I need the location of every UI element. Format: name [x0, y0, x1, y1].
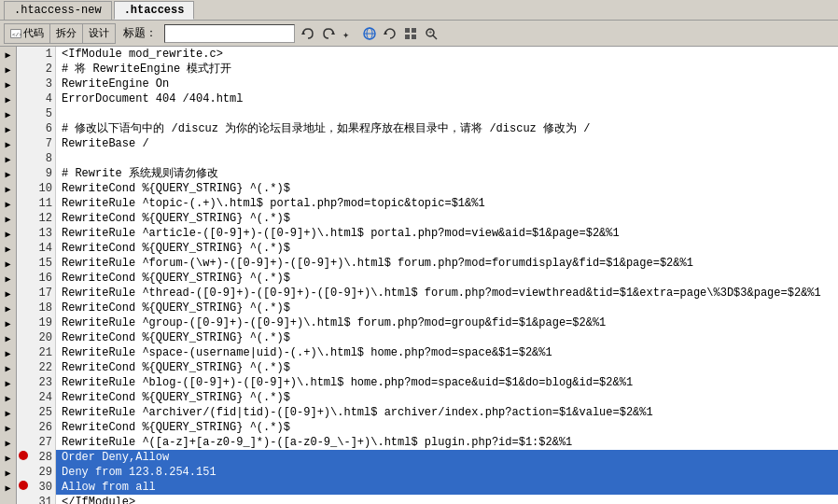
code-line-7[interactable]: RewriteBase / — [56, 136, 838, 151]
code-line-13[interactable]: RewriteRule ^article-([0-9]+)-([0-9]+)\.… — [56, 226, 838, 241]
bp-cell-16[interactable] — [17, 271, 30, 286]
bp-cell-4[interactable] — [17, 91, 30, 106]
action-icon-1[interactable] — [299, 24, 317, 43]
code-line-15[interactable]: RewriteRule ^forum-(\w+)-([0-9]+)-([0-9]… — [56, 256, 838, 271]
bp-cell-2[interactable] — [17, 62, 30, 77]
bp-cell-28[interactable] — [17, 450, 30, 465]
code-line-20[interactable]: RewriteCond %{QUERY_STRING} ^(.*)$ — [56, 330, 838, 345]
code-content[interactable]: <IfModule mod_rewrite.c># 将 RewriteEngin… — [56, 47, 838, 504]
bp-cell-6[interactable] — [17, 121, 30, 136]
sidebar-icon-24[interactable]: ▶ — [2, 392, 15, 405]
sidebar-icon-13[interactable]: ▶ — [2, 228, 15, 241]
sidebar-icon-15[interactable]: ▶ — [2, 258, 15, 271]
design-btn[interactable]: 设计 — [83, 23, 115, 44]
code-line-26[interactable]: RewriteCond %{QUERY_STRING} ^(.*)$ — [56, 420, 838, 435]
bp-cell-13[interactable] — [17, 226, 30, 241]
code-line-23[interactable]: RewriteRule ^blog-([0-9]+)-([0-9]+)\.htm… — [56, 375, 838, 390]
bp-cell-5[interactable] — [17, 106, 30, 121]
action-icon-zoom[interactable]: + — [422, 24, 440, 43]
sidebar-icon-6[interactable]: ▶ — [2, 123, 15, 136]
bp-cell-20[interactable] — [17, 330, 30, 345]
sidebar-icon-11[interactable]: ▶ — [2, 198, 15, 211]
code-line-16[interactable]: RewriteCond %{QUERY_STRING} ^(.*)$ — [56, 271, 838, 286]
code-line-18[interactable]: RewriteCond %{QUERY_STRING} ^(.*)$ — [56, 301, 838, 315]
bp-cell-12[interactable] — [17, 211, 30, 226]
sidebar-icon-12[interactable]: ▶ — [2, 213, 15, 226]
split-btn[interactable]: 拆分 — [50, 23, 83, 44]
code-line-1[interactable]: <IfModule mod_rewrite.c> — [56, 47, 838, 62]
action-icon-globe[interactable] — [360, 24, 379, 43]
bp-cell-14[interactable] — [17, 241, 30, 256]
action-icon-grid[interactable] — [401, 24, 420, 43]
sidebar-icon-1[interactable]: ▶ — [2, 49, 15, 62]
title-input[interactable] — [164, 24, 295, 43]
sidebar-icon-30[interactable]: ▶ — [2, 482, 15, 495]
sidebar-icon-7[interactable]: ▶ — [2, 138, 15, 151]
code-line-14[interactable]: RewriteCond %{QUERY_STRING} ^(.*)$ — [56, 241, 838, 256]
sidebar-icon-22[interactable]: ▶ — [2, 362, 15, 375]
sidebar-icon-9[interactable]: ▶ — [2, 168, 15, 181]
bp-cell-17[interactable] — [17, 286, 30, 301]
bp-cell-10[interactable] — [17, 181, 30, 196]
bp-cell-18[interactable] — [17, 301, 30, 315]
code-line-12[interactable]: RewriteCond %{QUERY_STRING} ^(.*)$ — [56, 211, 838, 226]
bp-cell-25[interactable] — [17, 405, 30, 420]
code-line-6[interactable]: # 修改以下语句中的 /discuz 为你的论坛目录地址，如果程序放在根目录中，… — [56, 121, 838, 136]
code-line-11[interactable]: RewriteRule ^topic-(.+)\.html$ portal.ph… — [56, 196, 838, 211]
bp-cell-7[interactable] — [17, 136, 30, 151]
code-line-3[interactable]: RewriteEngine On — [56, 77, 838, 91]
bp-cell-27[interactable] — [17, 435, 30, 450]
code-line-4[interactable]: ErrorDocument 404 /404.html — [56, 91, 838, 106]
tab-htaccess[interactable]: .htaccess — [114, 1, 195, 20]
code-line-30[interactable]: Allow from all — [56, 480, 838, 495]
sidebar-icon-14[interactable]: ▶ — [2, 243, 15, 256]
bp-cell-15[interactable] — [17, 256, 30, 271]
bp-cell-23[interactable] — [17, 375, 30, 390]
code-line-24[interactable]: RewriteCond %{QUERY_STRING} ^(.*)$ — [56, 390, 838, 405]
sidebar-icon-20[interactable]: ▶ — [2, 332, 15, 345]
bp-cell-29[interactable] — [17, 465, 30, 480]
code-line-8[interactable] — [56, 151, 838, 166]
code-line-19[interactable]: RewriteRule ^group-([0-9]+)-([0-9]+)\.ht… — [56, 315, 838, 330]
sidebar-icon-18[interactable]: ▶ — [2, 302, 15, 315]
code-line-27[interactable]: RewriteRule ^([a-z]+[a-z0-9_]*)-([a-z0-9… — [56, 435, 838, 450]
sidebar-icon-16[interactable]: ▶ — [2, 273, 15, 286]
code-line-29[interactable]: Deny from 123.8.254.151 — [56, 465, 838, 480]
code-line-21[interactable]: RewriteRule ^space-(username|uid)-(.+)\.… — [56, 345, 838, 360]
bp-cell-9[interactable] — [17, 166, 30, 181]
sidebar-icon-27[interactable]: ▶ — [2, 437, 15, 450]
bp-cell-22[interactable] — [17, 360, 30, 375]
bp-cell-3[interactable] — [17, 77, 30, 91]
bp-cell-31[interactable] — [17, 495, 30, 504]
sidebar-icon-26[interactable]: ▶ — [2, 422, 15, 435]
sidebar-icon-25[interactable]: ▶ — [2, 407, 15, 420]
bp-cell-26[interactable] — [17, 420, 30, 435]
action-icon-3[interactable]: ✦ — [340, 24, 358, 43]
sidebar-icon-10[interactable]: ▶ — [2, 183, 15, 196]
sidebar-icon-3[interactable]: ▶ — [2, 78, 15, 91]
code-line-5[interactable] — [56, 106, 838, 121]
bp-cell-1[interactable] — [17, 47, 30, 62]
code-line-2[interactable]: # 将 RewriteEngine 模式打开 — [56, 62, 838, 77]
bp-cell-24[interactable] — [17, 390, 30, 405]
bp-cell-8[interactable] — [17, 151, 30, 166]
action-icon-refresh[interactable] — [381, 24, 399, 43]
sidebar-icon-17[interactable]: ▶ — [2, 287, 15, 301]
sidebar-icon-2[interactable]: ▶ — [2, 63, 15, 77]
bp-cell-11[interactable] — [17, 196, 30, 211]
bp-cell-21[interactable] — [17, 345, 30, 360]
sidebar-icon-19[interactable]: ▶ — [2, 317, 15, 330]
code-line-22[interactable]: RewriteCond %{QUERY_STRING} ^(.*)$ — [56, 360, 838, 375]
code-line-28[interactable]: Order Deny,Allow — [56, 450, 838, 465]
sidebar-icon-4[interactable]: ▶ — [2, 93, 15, 106]
action-icon-2[interactable] — [319, 24, 338, 43]
code-line-31[interactable]: </IfModule> — [56, 495, 838, 504]
bp-cell-19[interactable] — [17, 315, 30, 330]
sidebar-icon-5[interactable]: ▶ — [2, 108, 15, 121]
sidebar-icon-8[interactable]: ▶ — [2, 153, 15, 166]
code-line-10[interactable]: RewriteCond %{QUERY_STRING} ^(.*)$ — [56, 181, 838, 196]
sidebar-icon-28[interactable]: ▶ — [2, 452, 15, 465]
code-line-17[interactable]: RewriteRule ^thread-([0-9]+)-([0-9]+)-([… — [56, 286, 838, 301]
sidebar-icon-21[interactable]: ▶ — [2, 347, 15, 360]
code-line-9[interactable]: # Rewrite 系统规则请勿修改 — [56, 166, 838, 181]
